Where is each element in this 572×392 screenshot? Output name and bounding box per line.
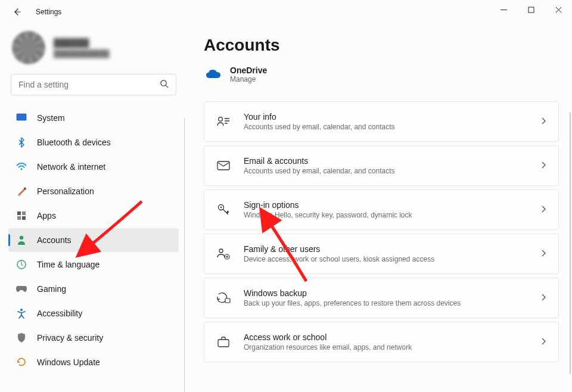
sidebar-item-personalization[interactable]: Personalization <box>8 179 179 203</box>
close-button[interactable] <box>545 0 572 19</box>
chevron-right-icon <box>540 205 546 215</box>
svg-point-10 <box>20 236 23 239</box>
svg-point-12 <box>20 309 23 311</box>
briefcase-icon <box>216 335 231 349</box>
onedrive-title: OneDrive <box>230 66 267 75</box>
sidebar-item-time[interactable]: Time & language <box>8 253 179 276</box>
sidebar-item-label: Time & language <box>37 260 100 269</box>
sidebar-item-label: Privacy & security <box>37 333 103 343</box>
svg-rect-19 <box>225 298 230 303</box>
profile-block[interactable]: ██████ ███████████ <box>7 27 180 74</box>
mail-icon <box>216 158 231 173</box>
update-icon <box>15 356 27 368</box>
sidebar-item-system[interactable]: System <box>8 106 179 130</box>
minimize-button[interactable] <box>490 0 517 19</box>
card-windows-backup[interactable]: Windows backup Back up your files, apps,… <box>204 278 559 318</box>
back-arrow-icon <box>12 7 21 17</box>
backup-icon <box>216 291 231 305</box>
card-family-users[interactable]: Family & other users Device access, work… <box>204 234 559 274</box>
chevron-right-icon <box>540 249 546 259</box>
avatar <box>12 31 45 64</box>
svg-rect-2 <box>17 114 26 120</box>
sidebar: ██████ ███████████ System Bluetooth & de… <box>0 24 185 392</box>
wifi-icon <box>15 161 27 173</box>
card-title: Access work or school <box>244 332 540 342</box>
profile-email: ███████████ <box>54 49 110 58</box>
card-sign-in-options[interactable]: Sign-in options Windows Hello, security … <box>204 189 559 230</box>
sidebar-item-label: Accessibility <box>37 309 82 318</box>
sidebar-item-label: Bluetooth & devices <box>37 138 111 147</box>
sidebar-item-label: Network & internet <box>37 162 105 172</box>
card-title: Windows backup <box>244 288 540 298</box>
svg-rect-9 <box>22 216 26 220</box>
chevron-right-icon <box>540 293 546 303</box>
card-work-school[interactable]: Access work or school Organization resou… <box>204 322 559 362</box>
sidebar-item-label: System <box>37 113 65 123</box>
svg-rect-0 <box>529 7 534 13</box>
svg-point-13 <box>219 117 223 122</box>
sidebar-item-label: Apps <box>37 211 56 220</box>
maximize-button[interactable] <box>517 0 545 19</box>
svg-rect-8 <box>17 216 21 220</box>
onedrive-row[interactable]: OneDrive Manage <box>204 66 559 101</box>
sidebar-item-accounts[interactable]: Accounts <box>8 228 179 252</box>
card-title: Family & other users <box>244 244 540 254</box>
person-icon <box>15 234 27 246</box>
card-title: Your info <box>244 112 540 122</box>
key-icon <box>216 203 231 217</box>
card-your-info[interactable]: Your info Accounts used by email, calend… <box>204 101 559 142</box>
content-area: ██████ ███████████ System Bluetooth & de… <box>0 24 572 392</box>
apps-icon <box>15 210 27 222</box>
sidebar-item-label: Gaming <box>37 284 66 294</box>
sidebar-item-gaming[interactable]: Gaming <box>8 277 179 301</box>
bluetooth-icon <box>15 136 27 148</box>
sidebar-item-network[interactable]: Network & internet <box>8 155 179 179</box>
card-sub: Device access, work or school users, kio… <box>244 255 540 263</box>
sidebar-item-label: Accounts <box>37 235 72 245</box>
titlebar: Settings <box>0 0 572 24</box>
onedrive-sub: Manage <box>230 75 267 83</box>
card-sub: Organization resources like email, apps,… <box>244 343 540 351</box>
nav-list: System Bluetooth & devices Network & int… <box>7 106 180 374</box>
card-email-accounts[interactable]: Email & accounts Accounts used by email,… <box>204 145 559 186</box>
card-sub: Accounts used by email, calendar, and co… <box>244 167 540 175</box>
back-button[interactable] <box>8 4 25 20</box>
profile-name: ██████ <box>54 38 110 49</box>
chevron-right-icon <box>540 161 546 171</box>
shield-icon <box>15 332 27 344</box>
sidebar-item-bluetooth[interactable]: Bluetooth & devices <box>8 130 179 154</box>
sidebar-item-privacy[interactable]: Privacy & security <box>8 326 179 350</box>
svg-point-4 <box>20 168 22 170</box>
monitor-icon <box>15 112 27 124</box>
card-sub: Back up your files, apps, preferences to… <box>244 299 540 307</box>
card-title: Email & accounts <box>244 156 540 166</box>
sidebar-item-accessibility[interactable]: Accessibility <box>8 301 179 325</box>
sidebar-item-label: Personalization <box>37 186 94 196</box>
svg-rect-7 <box>22 211 26 215</box>
search-input[interactable] <box>18 80 160 89</box>
main-panel: Accounts OneDrive Manage Your info Accou… <box>185 24 572 392</box>
svg-rect-20 <box>218 340 229 347</box>
svg-rect-14 <box>217 161 229 170</box>
cloud-icon <box>205 69 222 80</box>
scrollbar-indicator[interactable] <box>570 112 571 374</box>
page-title: Accounts <box>204 36 559 55</box>
sidebar-item-apps[interactable]: Apps <box>8 204 179 228</box>
accessibility-icon <box>15 307 27 319</box>
search-icon <box>160 79 169 90</box>
sidebar-item-update[interactable]: Windows Update <box>8 350 179 374</box>
person-card-icon <box>216 114 231 129</box>
chevron-right-icon <box>540 117 546 127</box>
people-plus-icon <box>216 247 231 261</box>
clock-globe-icon <box>15 259 27 270</box>
paintbrush-icon <box>15 185 27 197</box>
window-title: Settings <box>36 8 61 16</box>
svg-point-17 <box>219 249 223 253</box>
sidebar-item-label: Windows Update <box>37 357 100 367</box>
card-title: Sign-in options <box>244 200 540 210</box>
chevron-right-icon <box>540 337 546 347</box>
search-box[interactable] <box>11 74 176 95</box>
svg-point-1 <box>161 80 166 86</box>
settings-cards: Your info Accounts used by email, calend… <box>204 101 559 363</box>
svg-point-16 <box>220 207 222 209</box>
